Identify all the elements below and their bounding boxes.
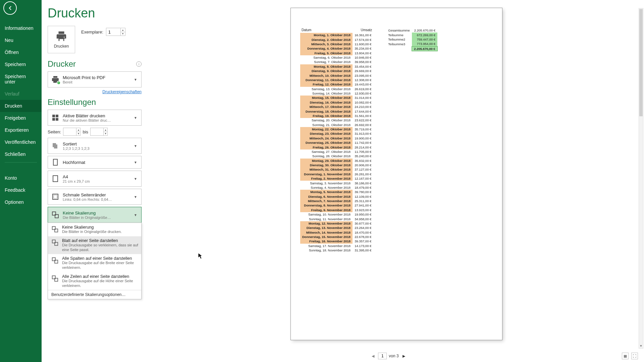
table-row: Mittwoch, 10. Oktober 201823.095,00 € [300,73,373,77]
nav-item-drucken[interactable]: Drucken [0,100,42,112]
print-preview-area: Datum Umsatz Montag, 1. Oktober 201816.3… [149,0,644,362]
show-margins-button[interactable]: ▦ [622,353,629,359]
pages-to-spinner[interactable]: ▲▼ [90,128,108,136]
copies-spinner[interactable]: ▲ ▼ [106,28,125,36]
table-row: Samstag, 27. Oktober 201811.705,00 € [300,149,373,154]
copies-up[interactable]: ▲ [121,28,125,32]
table-row: Freitag, 5. Oktober 201813.804,00 € [300,51,373,55]
prev-page-button[interactable]: ◀ [370,353,376,359]
table-row: Dienstag, 2. Oktober 201817.574,00 € [300,37,373,42]
preview-scrollbar[interactable]: ▲ ▼ [639,8,643,349]
table-row: Montag, 5. November 201839.780,00 € [300,190,373,194]
scaling-option-icon [51,256,59,265]
nav-item-schließen[interactable]: Schließen [0,148,42,160]
scaling-icon [51,210,60,220]
printer-properties-link[interactable]: Druckereigenschaften [48,89,142,94]
svg-rect-1 [53,176,58,182]
table-row: Samstag, 13. Oktober 201826.619,00 € [300,87,373,91]
scaling-option[interactable]: Keine SkalierungDie Blätter in Originalg… [48,223,141,236]
col-date-header: Datum [300,28,353,33]
scaling-option[interactable]: Alle Spalten auf einer Seite darstellenD… [48,254,141,272]
table-row: Dienstag, 23. Oktober 201831.913,00 € [300,131,373,136]
pages-to-down[interactable]: ▼ [104,132,107,136]
nav-item-informationen[interactable]: Informationen [0,22,42,34]
backstage-sidebar: InformationenNeuÖffnenSpeichernSpeichern… [0,0,42,362]
pages-from-spinner[interactable]: ▲▼ [63,128,80,136]
pages-from-down[interactable]: ▼ [76,132,80,136]
summary-row: 2.205.670,00 € [386,46,437,51]
margins-select[interactable]: Schmale Seitenränder Links: 0,64 cm Rech… [48,189,142,205]
table-row: Sonntag, 11. November 201834.958,00 € [300,217,373,221]
chevron-down-icon: ▼ [134,144,139,148]
pages-from-up[interactable]: ▲ [76,128,80,132]
paper-label: A4 [63,174,131,179]
preview-data-table: Datum Umsatz Montag, 1. Oktober 201816.3… [300,28,373,252]
scroll-thumb[interactable] [639,9,643,116]
summary-row: Teilsumme2759.447,00 € [386,37,437,42]
table-row: Samstag, 20. Oktober 201823.622,00 € [300,118,373,122]
nav-item-optionen[interactable]: Optionen [0,196,42,208]
printer-name: Microsoft Print to PDF [63,75,131,80]
print-button[interactable]: Drucken [48,26,75,53]
scaling-label: Keine Skalierung [63,210,131,216]
scaling-desc: Die Blätter in Originalgröße… [63,216,131,220]
printer-heading: Drucker [48,59,76,69]
table-row: Freitag, 26. Oktober 201828.214,00 € [300,145,373,149]
collate-select[interactable]: Sortiert 1;2;3 1;2;3 1;2;3 ▼ [48,138,142,154]
nav-item-veröffentlichen[interactable]: Veröffentlichen [0,136,42,148]
summary-row: Teilsumme3773.954,00 € [386,42,437,46]
scaling-dropdown-popup: Keine SkalierungDie Blätter in Originalg… [48,223,142,299]
scaling-option[interactable]: Blatt auf einer Seite darstellenDie Druc… [48,236,141,254]
copies-input[interactable] [106,28,120,36]
preview-page: Datum Umsatz Montag, 1. Oktober 201816.3… [291,8,502,340]
arrow-left-icon [7,5,13,11]
nav-item-exportieren[interactable]: Exportieren [0,124,42,136]
table-row: Donnerstag, 8. November 201827.941,00 € [300,203,373,207]
pages-to-up[interactable]: ▲ [104,128,107,132]
table-row: Montag, 29. Oktober 201835.832,00 € [300,159,373,163]
page-number-input[interactable] [378,353,387,359]
chevron-down-icon: ▼ [134,116,139,120]
orientation-select[interactable]: Hochformat ▼ [48,156,142,169]
chevron-down-icon: ▼ [134,161,139,164]
scaling-option-icon [51,225,59,234]
next-page-button[interactable]: ▶ [401,353,407,359]
table-row: Donnerstag, 15. November 201822.678,00 € [300,235,373,239]
nav-item-neu[interactable]: Neu [0,34,42,46]
print-what-select[interactable]: Aktive Blätter drucken Nur die aktiven B… [48,110,142,126]
scaling-custom-option[interactable]: Benutzerdefinierte Skalierungsoptionen… [48,290,141,299]
nav-item-verlauf: Verlauf [0,88,42,100]
copies-down[interactable]: ▼ [121,32,125,36]
table-row: Dienstag, 30. Oktober 201820.906,00 € [300,163,373,167]
nav-item-öffnen[interactable]: Öffnen [0,46,42,58]
preview-summary-table: Gesamtsumme2.205.670,00 €Teilsumme672.26… [386,28,437,51]
print-settings-panel: Drucken Drucken Exemplare: ▲ ▼ [42,0,149,362]
nav-item-speichern-unter[interactable]: Speichern unter [0,70,42,88]
svg-rect-2 [53,194,58,199]
printer-select[interactable]: Microsoft Print to PDF Bereit ▼ [48,71,142,87]
paper-size-select[interactable]: A4 21 cm x 29,7 cm ▼ [48,171,142,187]
pages-to-input[interactable] [91,128,103,135]
nav-item-feedback[interactable]: Feedback [0,184,42,196]
table-row: Donnerstag, 1. November 201826.281,00 € [300,172,373,176]
scaling-select[interactable]: Keine Skalierung Die Blätter in Original… [48,207,142,223]
printer-info-icon[interactable]: i [136,61,142,67]
nav-item-konto[interactable]: Konto [0,172,42,184]
preview-pager: ◀ von 3 ▶ ▦ ⛶ [149,350,644,362]
copies-label: Exemplare: [81,29,103,35]
nav-item-freigeben[interactable]: Freigeben [0,112,42,124]
chevron-down-icon: ▼ [134,195,139,199]
pages-from-input[interactable] [63,128,76,135]
col-amount-header: Umsatz [353,28,373,33]
scaling-option[interactable]: Alle Zeilen auf einer Seite darstellenDi… [48,272,141,290]
table-row: Sonntag, 7. Oktober 201839.958,00 € [300,60,373,64]
pages-label: Seiten: [48,129,61,134]
zoom-to-page-button[interactable]: ⛶ [631,353,638,359]
table-row: Montag, 15. Oktober 201831.014,00 € [300,96,373,100]
scroll-down-arrow[interactable]: ▼ [639,344,643,348]
back-button[interactable] [3,1,17,15]
nav-item-speichern[interactable]: Speichern [0,58,42,70]
chevron-down-icon: ▼ [134,213,139,217]
table-row: Freitag, 9. November 201813.923,00 € [300,208,373,212]
pages-to-label: bis [83,129,88,134]
